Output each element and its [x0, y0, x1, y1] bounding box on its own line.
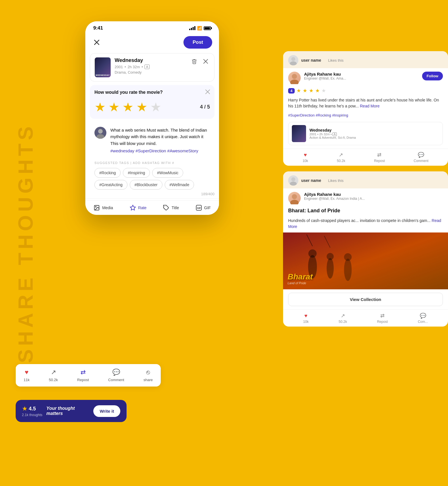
tags-row-2: #GreatActing #Blockbuster #Wellmade: [94, 180, 210, 190]
phone-header: Post: [85, 33, 219, 53]
svg-point-25: [327, 258, 334, 279]
feed-review-text-2: Hundreds of cash-strapped players ac... …: [283, 217, 448, 232]
trending-count: 50.2k: [49, 378, 58, 382]
feed-star-1-2: ★: [303, 88, 307, 94]
tag-greatacting[interactable]: #GreatActing: [94, 180, 127, 190]
feed-heart-icon-2: ♥: [304, 313, 307, 319]
feed-heart-1[interactable]: ♥ 10k: [303, 152, 308, 163]
media-action[interactable]: Media: [94, 205, 113, 211]
svg-point-17: [290, 80, 299, 84]
view-collection-button[interactable]: View Collection: [288, 293, 443, 306]
feed-repost-icon-2: ⇄: [380, 313, 385, 319]
tags-row-1: #Rocking #Inspiring #WowMusic: [94, 168, 210, 178]
follow-button-1[interactable]: Follow: [422, 72, 443, 80]
feed-comment-1[interactable]: 💬 Comment: [414, 152, 428, 163]
svg-point-16: [292, 74, 297, 79]
feed-user-row-1: Ajitya Rahane kau Engineer @Wall, Ex. Am…: [283, 68, 448, 86]
movie-genre: Drama, Comedy: [115, 70, 210, 74]
repost-label: Repost: [77, 378, 89, 382]
wednesday-genre: Action & Adventure, Sci-fi, Drama: [309, 136, 439, 139]
bharat-image: Bharat Land of Pride: [283, 232, 448, 289]
feed-trending-icon-1: ↗: [339, 152, 343, 158]
delete-icon[interactable]: [190, 57, 198, 65]
trending-action[interactable]: ↗ 50.2k: [49, 369, 58, 382]
media-label: Media: [102, 205, 113, 210]
cta-score: 4.5: [29, 406, 36, 412]
feed-comment-2[interactable]: 💬 Com...: [418, 313, 428, 324]
svg-point-7: [96, 134, 104, 139]
star-3[interactable]: ★: [122, 100, 133, 114]
comment-action[interactable]: 💬 Comment: [108, 369, 124, 382]
feed-comment-icon-1: 💬: [418, 152, 424, 158]
feed-star-1-3: ★: [309, 88, 313, 94]
star-1[interactable]: ★: [94, 100, 106, 114]
rating-header: How would you rate the movie?: [94, 90, 210, 95]
rate-label: Rate: [138, 205, 147, 210]
svg-point-6: [98, 129, 103, 134]
tag-inspiring[interactable]: #Inspiring: [123, 168, 150, 178]
svg-point-28: [344, 253, 352, 261]
reviewer-avatar: [94, 127, 106, 139]
feed-comment-label-1: Comment: [414, 159, 428, 163]
tag-wellmade[interactable]: #Wellmade: [165, 180, 194, 190]
review-hashtags: #wednesday #SuperDirection #AwesomeStory: [110, 148, 210, 153]
write-it-button[interactable]: Write it: [93, 405, 120, 417]
tag-rocking[interactable]: #Rocking: [94, 168, 121, 178]
feed-card-1-header: user name Likes this: [283, 51, 448, 68]
feed-trending-1[interactable]: ↗ 50.2k: [337, 152, 345, 163]
svg-text:GIF: GIF: [197, 207, 201, 209]
feed-user-info-2: Ajitya Rahane kau Engineer @Wall, Ex. Am…: [304, 192, 443, 201]
repost-action[interactable]: ⇄ Repost: [77, 369, 89, 382]
tag-wowmusic[interactable]: #WowMusic: [152, 168, 183, 178]
svg-point-27: [344, 259, 352, 281]
heart-count: 11k: [24, 378, 30, 382]
char-count: 189/400: [85, 192, 219, 196]
wednesday-feed-card: Wednesday 2001 • 2h 32m • A Action & Adv…: [288, 122, 443, 145]
feed-repost-1[interactable]: ⇄ Repost: [374, 152, 385, 163]
comment-icon: 💬: [112, 369, 120, 376]
tag-blockbuster[interactable]: #Blockbuster: [130, 180, 162, 190]
close-movie-icon[interactable]: [202, 57, 210, 65]
tags-section: SUGGESTED TAGS | ADD HASHTAG WITH # #Roc…: [90, 161, 214, 190]
feed-heart-2[interactable]: ♥ 10k: [303, 313, 309, 324]
rating-close-icon[interactable]: [205, 90, 210, 95]
feed-engagement-2: ♥ 10k ↗ 50.2k ⇄ Repost 💬 Com...: [283, 310, 448, 327]
wednesday-thumb: [292, 125, 306, 142]
rating-section: How would you rate the movie? ★ ★ ★ ★ ★ …: [90, 85, 214, 119]
feed-card-2-header: user name Likes this: [283, 171, 448, 188]
feed-star-1-5: ★: [321, 88, 326, 94]
feed-header-action-2: Likes this: [328, 178, 344, 183]
gif-action[interactable]: GIF GIF: [196, 205, 211, 211]
svg-point-19: [290, 182, 297, 186]
feed-repost-label-2: Repost: [377, 320, 388, 324]
cta-rating: ★ 4.5 2.1k thoughts: [22, 405, 42, 417]
rate-action[interactable]: Rate: [130, 205, 147, 211]
share-action[interactable]: ⎋ share: [143, 369, 153, 382]
feed-heart-count-1: 10k: [303, 159, 308, 163]
review-section: What a web series Must watch. The blend …: [90, 122, 214, 158]
feed-hashtags-1: #SuperDirection #Rocking #Inspiring: [283, 112, 448, 120]
feed-card-2: user name Likes this Ajitya Rahane kau E…: [283, 171, 448, 327]
divider: [85, 198, 219, 199]
feed-trending-2[interactable]: ↗ 50.2k: [339, 313, 347, 324]
stars-row: ★ ★ ★ ★ ★ 4 / 5: [94, 100, 210, 114]
feed-star-1-4: ★: [315, 88, 320, 94]
bottom-cta: ★ 4.5 2.1k thoughts Your thought matters…: [16, 400, 127, 422]
comment-label: Comment: [108, 378, 124, 382]
title-action[interactable]: Title: [163, 205, 179, 211]
title-label: Title: [172, 205, 179, 210]
feed-repost-2[interactable]: ⇄ Repost: [377, 313, 388, 324]
post-button[interactable]: Post: [183, 36, 212, 49]
status-bar: 9:41 📶: [85, 21, 219, 33]
heart-action[interactable]: ♥ 11k: [24, 369, 30, 382]
svg-point-9: [96, 206, 96, 207]
feed-header-user-2: user name: [301, 178, 321, 183]
star-2[interactable]: ★: [108, 100, 119, 114]
battery-icon: [204, 26, 211, 30]
star-4[interactable]: ★: [136, 100, 147, 114]
read-more-1[interactable]: Read More: [360, 104, 379, 108]
close-button[interactable]: [92, 38, 101, 47]
status-icons: 📶: [189, 26, 211, 30]
star-5[interactable]: ★: [150, 100, 161, 114]
bharat-movie-title: Bharat: Land of Pride: [283, 207, 448, 217]
